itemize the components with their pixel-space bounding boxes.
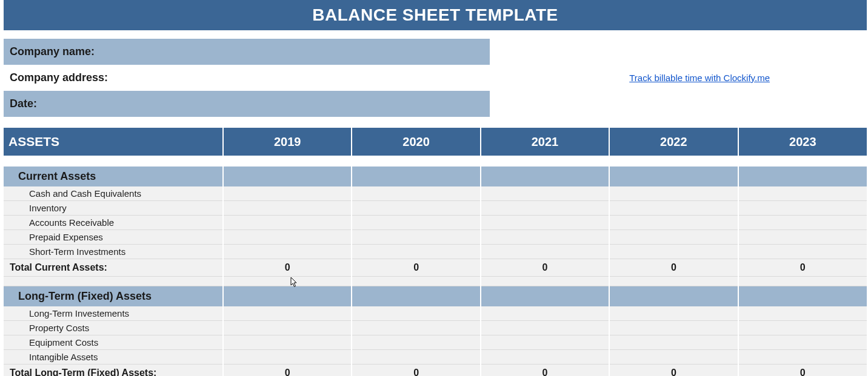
balance-sheet: BALANCE SHEET TEMPLATE Company name: Com… (4, 0, 867, 376)
item-value-cell[interactable] (738, 201, 867, 216)
total-value-cell[interactable]: 0 (738, 364, 867, 377)
total-value-cell[interactable]: 0 (223, 259, 352, 277)
company-address-label[interactable]: Company address: (4, 65, 490, 91)
year-header-2023[interactable]: 2023 (738, 128, 867, 156)
total-row: Total Long-Term (Fixed) Assets:00000 (4, 364, 867, 377)
assets-header-cell[interactable]: ASSETS (4, 128, 223, 156)
item-value-cell[interactable] (352, 216, 480, 230)
item-value-cell[interactable] (352, 201, 480, 216)
section-year-cell[interactable] (609, 167, 738, 186)
item-label[interactable]: Property Costs (4, 321, 223, 335)
item-value-cell[interactable] (738, 186, 867, 201)
item-value-cell[interactable] (223, 321, 352, 335)
year-header-2021[interactable]: 2021 (481, 128, 609, 156)
item-label[interactable]: Equipment Costs (4, 335, 223, 350)
total-value-cell[interactable]: 0 (481, 364, 609, 377)
item-row: Short-Term Investments (4, 245, 867, 259)
section-year-cell[interactable] (738, 167, 867, 186)
item-label[interactable]: Accounts Receivable (4, 216, 223, 230)
company-name-label[interactable]: Company name: (4, 39, 490, 65)
item-value-cell[interactable] (223, 216, 352, 230)
section-year-cell[interactable] (609, 286, 738, 307)
item-value-cell[interactable] (481, 216, 609, 230)
item-value-cell[interactable] (481, 201, 609, 216)
item-value-cell[interactable] (738, 230, 867, 245)
total-label[interactable]: Total Current Assets: (4, 259, 223, 277)
date-label[interactable]: Date: (4, 91, 490, 117)
item-label[interactable]: Long-Term Investements (4, 306, 223, 321)
item-value-cell[interactable] (223, 245, 352, 259)
page-title: BALANCE SHEET TEMPLATE (4, 0, 867, 30)
total-label[interactable]: Total Long-Term (Fixed) Assets: (4, 364, 223, 377)
item-label[interactable]: Cash and Cash Equivalents (4, 186, 223, 201)
item-label[interactable]: Intangible Assets (4, 350, 223, 364)
item-value-cell[interactable] (609, 321, 738, 335)
item-value-cell[interactable] (223, 350, 352, 364)
item-value-cell[interactable] (223, 201, 352, 216)
item-value-cell[interactable] (352, 335, 480, 350)
item-value-cell[interactable] (352, 230, 480, 245)
year-header-2020[interactable]: 2020 (352, 128, 480, 156)
section-title[interactable]: Current Assets (4, 167, 223, 186)
item-label[interactable]: Inventory (4, 201, 223, 216)
section-row: Current Assets (4, 167, 867, 186)
section-title[interactable]: Long-Term (Fixed) Assets (4, 286, 223, 307)
item-label[interactable]: Short-Term Investments (4, 245, 223, 259)
item-value-cell[interactable] (223, 335, 352, 350)
section-row: Long-Term (Fixed) Assets (4, 286, 867, 307)
item-label[interactable]: Prepaid Expenses (4, 230, 223, 245)
item-value-cell[interactable] (609, 201, 738, 216)
item-value-cell[interactable] (223, 230, 352, 245)
item-value-cell[interactable] (352, 321, 480, 335)
total-value-cell[interactable]: 0 (609, 259, 738, 277)
item-value-cell[interactable] (481, 306, 609, 321)
item-value-cell[interactable] (609, 186, 738, 201)
item-value-cell[interactable] (738, 306, 867, 321)
total-value-cell[interactable]: 0 (223, 364, 352, 377)
item-value-cell[interactable] (609, 335, 738, 350)
item-value-cell[interactable] (738, 321, 867, 335)
item-value-cell[interactable] (481, 186, 609, 201)
item-value-cell[interactable] (352, 350, 480, 364)
section-year-cell[interactable] (223, 286, 352, 307)
total-value-cell[interactable]: 0 (352, 364, 480, 377)
clockify-link[interactable]: Track billable time with Clockify.me (629, 73, 770, 83)
total-value-cell[interactable]: 0 (738, 259, 867, 277)
item-row: Accounts Receivable (4, 216, 867, 230)
item-row: Inventory (4, 201, 867, 216)
item-value-cell[interactable] (609, 216, 738, 230)
section-year-cell[interactable] (352, 286, 480, 307)
item-value-cell[interactable] (609, 245, 738, 259)
section-year-cell[interactable] (481, 286, 609, 307)
item-value-cell[interactable] (352, 186, 480, 201)
section-year-cell[interactable] (738, 286, 867, 307)
item-value-cell[interactable] (738, 216, 867, 230)
section-year-cell[interactable] (223, 167, 352, 186)
section-year-cell[interactable] (481, 167, 609, 186)
item-value-cell[interactable] (738, 335, 867, 350)
item-value-cell[interactable] (481, 321, 609, 335)
total-row: Total Current Assets:00000 (4, 259, 867, 277)
year-header-2019[interactable]: 2019 (223, 128, 352, 156)
item-value-cell[interactable] (738, 245, 867, 259)
item-row: Long-Term Investements (4, 306, 867, 321)
item-value-cell[interactable] (609, 230, 738, 245)
item-value-cell[interactable] (352, 245, 480, 259)
item-value-cell[interactable] (481, 335, 609, 350)
company-info-block: Company name: Company address: Track bil… (4, 39, 867, 117)
year-header-2022[interactable]: 2022 (609, 128, 738, 156)
item-value-cell[interactable] (609, 350, 738, 364)
section-year-cell[interactable] (352, 167, 480, 186)
item-value-cell[interactable] (738, 350, 867, 364)
item-value-cell[interactable] (352, 306, 480, 321)
item-value-cell[interactable] (223, 306, 352, 321)
item-value-cell[interactable] (481, 350, 609, 364)
item-value-cell[interactable] (481, 245, 609, 259)
item-value-cell[interactable] (609, 306, 738, 321)
item-value-cell[interactable] (223, 186, 352, 201)
item-row: Intangible Assets (4, 350, 867, 364)
total-value-cell[interactable]: 0 (609, 364, 738, 377)
total-value-cell[interactable]: 0 (481, 259, 609, 277)
total-value-cell[interactable]: 0 (352, 259, 480, 277)
item-value-cell[interactable] (481, 230, 609, 245)
